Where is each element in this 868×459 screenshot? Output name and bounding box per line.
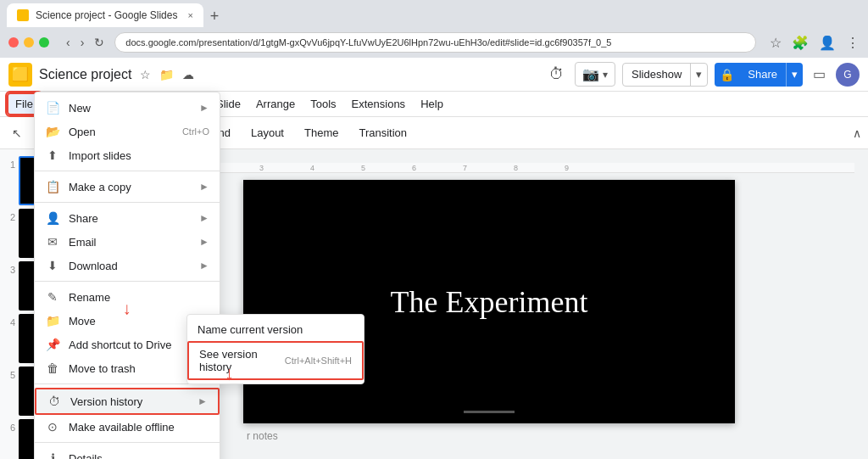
- window-close-btn[interactable]: [8, 37, 19, 48]
- slide-num-2: 2: [3, 209, 15, 222]
- slide-thumb-1[interactable]: 1: [3, 156, 106, 205]
- menu-item-tools[interactable]: Tools: [303, 94, 342, 114]
- slideshow-caret-btn[interactable]: ▾: [690, 64, 707, 86]
- menu-item-extensions[interactable]: Extensions: [345, 94, 413, 114]
- ruler-mark-6: 6: [412, 164, 416, 172]
- slide-title: The Experiment: [391, 284, 588, 320]
- slide-thumb-2[interactable]: 2: [3, 209, 106, 258]
- camera-icon: 📷: [582, 66, 599, 82]
- ruler-mark-7: 7: [463, 164, 467, 172]
- toolbar-right-collapse: ∧: [853, 126, 861, 140]
- window-min-btn[interactable]: [24, 37, 34, 48]
- menu-item-arrange[interactable]: Arrange: [249, 94, 302, 114]
- slideshow-btn: Slideshow ▾: [622, 63, 708, 87]
- app-toolbar: 🟨 Science project ☆ 📁 ☁ ⏱ 📷 ▾ Slideshow …: [0, 58, 868, 92]
- theme-btn[interactable]: Theme: [296, 123, 347, 143]
- tab-close-btn[interactable]: ×: [187, 10, 192, 20]
- ruler-mark-9: 9: [565, 164, 569, 172]
- camera-dropdown-icon: ▾: [603, 69, 608, 81]
- shape-tool[interactable]: ◯: [77, 123, 101, 143]
- bookmark-btn[interactable]: ☆: [770, 35, 782, 51]
- slide-img-6[interactable]: [19, 419, 106, 459]
- background-btn[interactable]: Background: [164, 123, 239, 143]
- cloud-btn[interactable]: ☁: [181, 66, 196, 83]
- present-icon-btn[interactable]: ▭: [810, 63, 829, 86]
- menu-item-format[interactable]: Format: [159, 94, 208, 114]
- share-main-btn[interactable]: Share: [739, 68, 786, 81]
- extensions-btn[interactable]: 🧩: [792, 35, 809, 51]
- slide-num-5: 5: [3, 367, 15, 380]
- menu-item-view[interactable]: View: [77, 94, 114, 114]
- transition-btn[interactable]: Transition: [350, 123, 415, 143]
- ruler-mark-5: 5: [361, 164, 365, 172]
- reload-btn[interactable]: ↻: [91, 34, 108, 51]
- forward-btn[interactable]: ›: [77, 34, 88, 51]
- slide-num-3: 3: [3, 261, 15, 275]
- slides-toolbar: ↖ T 🖼 ◯ ╱ 💬 Background Layout Theme Tran…: [0, 117, 868, 149]
- active-tab: Science project - Google Slides ×: [7, 3, 203, 27]
- ruler-mark-8: 8: [514, 164, 518, 172]
- browser-bar: ‹ › ↻ docs.google.com/presentation/d/1gt…: [0, 27, 868, 58]
- cursor-tool[interactable]: ↖: [7, 123, 27, 143]
- canvas-area: 1 2 3 4 5 6 7 8 9 The Experiment r notes: [110, 149, 868, 459]
- folder-btn[interactable]: 📁: [158, 66, 175, 83]
- slideshow-main-btn[interactable]: Slideshow: [623, 64, 690, 86]
- slide-panel: 1 2 3 4 5 6: [0, 149, 110, 459]
- slide-img-1[interactable]: [19, 156, 106, 205]
- slide-thumb-3[interactable]: 3: [3, 261, 106, 311]
- window-controls: [8, 37, 49, 48]
- star-btn[interactable]: ☆: [138, 66, 153, 83]
- comment-tool[interactable]: 💬: [125, 123, 149, 143]
- back-btn[interactable]: ‹: [63, 34, 74, 51]
- ruler: 1 2 3 4 5 6 7 8 9: [124, 163, 854, 173]
- slide-canvas[interactable]: The Experiment: [243, 180, 735, 423]
- slide-img-2[interactable]: [19, 209, 106, 258]
- slide-num-6: 6: [3, 419, 15, 433]
- toolbar-right: ⏱ 📷 ▾ Slideshow ▾ 🔒 Share ▾ ▭ G: [546, 62, 860, 87]
- menu-item-file[interactable]: File: [7, 92, 42, 115]
- new-tab-btn[interactable]: +: [203, 8, 226, 25]
- notes-area[interactable]: r notes: [243, 427, 735, 445]
- url-text: docs.google.com/presentation/d/1gtgM-gxQ…: [125, 37, 611, 48]
- profile-btn[interactable]: 👤: [819, 35, 836, 51]
- image-tool[interactable]: 🖼: [52, 123, 74, 143]
- slide-thumb-4[interactable]: 4: [3, 314, 106, 363]
- address-bar[interactable]: docs.google.com/presentation/d/1gtgM-gxQ…: [114, 32, 756, 53]
- slide-thumb-6[interactable]: 6: [3, 419, 106, 459]
- ruler-mark-2: 2: [209, 164, 213, 172]
- app: 🟨 Science project ☆ 📁 ☁ ⏱ 📷 ▾ Slideshow …: [0, 58, 868, 459]
- ruler-mark-4: 4: [310, 164, 314, 172]
- slide-num-4: 4: [3, 314, 15, 327]
- tab-title: Science project - Google Slides: [36, 9, 177, 21]
- slide-img-4[interactable]: [19, 314, 106, 363]
- nav-arrows: ‹ › ↻: [63, 34, 108, 51]
- ruler-mark-3: 3: [259, 164, 264, 172]
- more-menu-btn[interactable]: ⋮: [846, 35, 860, 51]
- collapse-btn[interactable]: ∧: [853, 126, 861, 140]
- browser-chrome: Science project - Google Slides × + ‹ › …: [0, 0, 868, 58]
- menu-item-slide[interactable]: Slide: [209, 94, 248, 114]
- menu-item-help[interactable]: Help: [414, 94, 450, 114]
- menu-item-insert[interactable]: Insert: [116, 94, 158, 114]
- slide-img-3[interactable]: [19, 261, 106, 311]
- tab-bar: Science project - Google Slides × +: [0, 0, 868, 27]
- ruler-mark-1: 1: [158, 164, 162, 172]
- avatar[interactable]: G: [836, 63, 860, 87]
- history-btn[interactable]: ⏱: [546, 62, 568, 87]
- layout-btn[interactable]: Layout: [242, 123, 292, 143]
- camera-btn[interactable]: 📷 ▾: [575, 62, 615, 87]
- menu-item-edit[interactable]: Edit: [43, 94, 75, 114]
- line-tool[interactable]: ╱: [104, 123, 121, 143]
- share-caret-btn[interactable]: ▾: [786, 63, 803, 87]
- window-max-btn[interactable]: [39, 37, 49, 48]
- slide-thumb-5[interactable]: 5: [3, 367, 106, 416]
- tab-favicon: [17, 9, 29, 21]
- app-title: Science project: [39, 67, 131, 82]
- share-btn: 🔒 Share ▾: [715, 63, 803, 87]
- slide-indicator: [464, 411, 515, 413]
- slide-img-5[interactable]: [19, 367, 106, 416]
- app-icon: 🟨: [8, 63, 32, 87]
- title-icons: ☆ 📁 ☁: [138, 66, 196, 83]
- toolbar-separator: [156, 125, 157, 142]
- text-tool[interactable]: T: [31, 123, 48, 143]
